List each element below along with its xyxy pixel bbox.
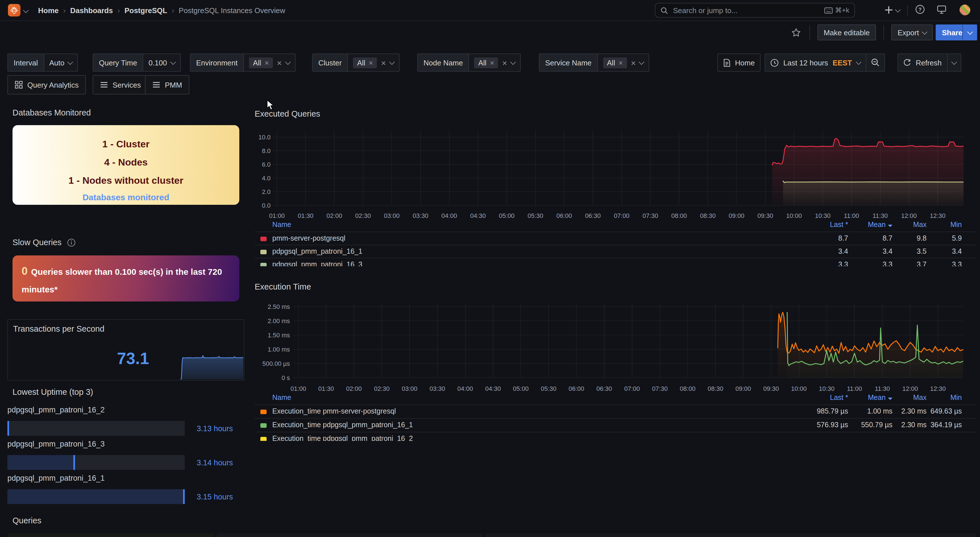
legend-last-value: 985.79 µs — [817, 405, 848, 418]
remove-chip-icon[interactable]: × — [619, 58, 623, 67]
legend-max-value: 9.8 — [916, 232, 927, 245]
legend-col-min[interactable]: Min — [950, 220, 962, 230]
lowest-uptime-title[interactable]: Lowest Uptime (top 3) — [13, 387, 93, 397]
series-name[interactable]: pdpgsql_pmm_patroni_16_3 — [272, 258, 363, 266]
legend-max-value: 2.30 ms — [901, 405, 927, 418]
svg-text:?: ? — [919, 7, 922, 13]
slow-queries-count: 0 — [22, 265, 27, 277]
chevron-down-icon — [951, 59, 957, 65]
chevron-down-icon[interactable] — [389, 59, 395, 65]
search-input[interactable]: ⌘+k — [655, 3, 855, 18]
legend-col-min[interactable]: Min — [950, 392, 962, 403]
legend-mean-value: 3.4 — [883, 245, 892, 258]
series-name[interactable]: pdpgsql_pmm_patroni_16_1 — [272, 245, 363, 258]
cluster-all-chip[interactable]: All× — [353, 57, 377, 68]
remove-chip-icon[interactable]: × — [490, 58, 494, 67]
refresh-interval-dropdown[interactable] — [947, 54, 960, 71]
uptime-value: 3.14 hours — [197, 459, 233, 467]
environment-all-chip[interactable]: All× — [249, 57, 273, 68]
tps-sparkline — [180, 355, 243, 379]
zoom-out-button[interactable] — [866, 54, 885, 71]
services-button[interactable]: Services — [93, 75, 148, 94]
series-name[interactable]: Execution_time pdpgsql_pmm_patroni_16_1 — [272, 419, 413, 432]
queries-section-title[interactable]: Queries — [13, 516, 41, 525]
add-new-chevron-icon — [895, 7, 901, 13]
user-avatar[interactable] — [959, 5, 970, 15]
clear-all-icon[interactable]: × — [381, 58, 386, 67]
legend-col-last[interactable]: Last * — [830, 220, 848, 230]
add-new-button[interactable] — [885, 5, 900, 15]
next-row-panel-edge — [7, 534, 214, 537]
legend-col-mean[interactable]: Mean — [868, 392, 892, 403]
series-swatch — [260, 423, 267, 428]
node-name-all-chip[interactable]: All× — [474, 57, 498, 68]
series-name[interactable]: Execution_time pmm-server-postgresql — [272, 405, 396, 418]
breadcrumb-dashboards[interactable]: Dashboards — [70, 6, 113, 14]
breadcrumb-separator: › — [118, 6, 120, 14]
service-name-all-chip[interactable]: All× — [603, 57, 627, 68]
keyboard-icon — [824, 7, 833, 13]
breadcrumb-postgresql[interactable]: PostgreSQL — [124, 6, 167, 14]
news-monitor-button[interactable] — [937, 5, 947, 14]
uptime-value: 3.15 hours — [197, 492, 233, 501]
query-time-value-dropdown[interactable]: 0.100 — [143, 54, 180, 71]
help-button[interactable]: ? — [915, 5, 925, 14]
executed-queries-chart[interactable] — [273, 128, 964, 210]
legend-col-name[interactable]: Name — [272, 220, 291, 230]
search-icon — [660, 6, 668, 14]
top-nav-bar: Home › Dashboards › PostgreSQL › Postgre… — [0, 0, 980, 21]
legend-col-last[interactable]: Last * — [830, 392, 848, 403]
legend-col-mean[interactable]: Mean — [868, 220, 892, 230]
remove-chip-icon[interactable]: × — [369, 58, 373, 67]
favorite-star-button[interactable] — [791, 28, 801, 39]
legend-mean-value: 3.3 — [883, 258, 892, 266]
databases-monitored-panel-title[interactable]: Databases Monitored — [13, 108, 91, 117]
make-editable-button[interactable]: Make editable — [818, 24, 876, 40]
y-axis-labels: 0.02.04.06.08.010.0 — [255, 128, 270, 210]
cluster-label: Cluster — [313, 54, 348, 71]
org-switcher-chevron-icon[interactable] — [24, 5, 28, 15]
grafana-pmm-logo[interactable] — [8, 4, 21, 16]
breadcrumb-home[interactable]: Home — [38, 6, 59, 14]
remove-chip-icon[interactable]: × — [265, 58, 269, 67]
export-chevron-icon — [921, 29, 927, 34]
legend-last-value: 576.93 µs — [817, 419, 848, 432]
clear-all-icon[interactable]: × — [277, 58, 282, 67]
uptime-value: 3.13 hours — [197, 424, 233, 433]
next-row-panel-edge — [485, 534, 977, 537]
search-text-field[interactable] — [672, 5, 824, 15]
execution-time-chart[interactable] — [293, 301, 964, 383]
legend-row: Execution_time pdpgsql_pmm_patroni_16_2 — [255, 432, 977, 441]
legend-max-value: 3.7 — [916, 258, 927, 266]
series-swatch — [260, 437, 267, 441]
executed-queries-panel-title[interactable]: Executed Queries — [255, 109, 320, 118]
chevron-down-icon[interactable] — [285, 59, 291, 65]
clear-all-icon[interactable]: × — [502, 58, 508, 67]
interval-value-dropdown[interactable]: Auto — [44, 54, 78, 71]
legend-col-max[interactable]: Max — [913, 220, 927, 230]
share-dropdown-button[interactable] — [963, 24, 977, 40]
databases-monitored-link[interactable]: Databases monitored — [13, 190, 239, 205]
execution-time-panel-title[interactable]: Execution Time — [255, 282, 311, 291]
time-range-picker[interactable]: Last 12 hours EEST — [765, 54, 866, 71]
legend-max-value: 2.30 ms — [901, 419, 927, 432]
uptime-row-name: pdpgsql_pmm_patroni_16_2 — [7, 406, 105, 414]
slow-queries-panel-title[interactable]: Slow Queries — [13, 238, 76, 247]
series-name[interactable]: Execution_time pdpgsql_pmm_patroni_16_2 — [272, 432, 413, 441]
chevron-down-icon[interactable] — [639, 59, 644, 65]
export-button[interactable]: Export — [891, 24, 932, 40]
refresh-button[interactable]: Refresh — [898, 54, 947, 71]
tps-panel-title[interactable]: Transactions per Second — [13, 324, 104, 333]
chevron-down-icon[interactable] — [510, 59, 516, 65]
legend-col-max[interactable]: Max — [913, 392, 927, 403]
interval-label: Interval — [8, 54, 44, 71]
legend-last-value: 8.7 — [838, 232, 848, 245]
breadcrumb-separator: › — [172, 6, 174, 14]
search-shortcut: ⌘+k — [824, 6, 849, 14]
series-name[interactable]: pmm-server-postgresql — [272, 232, 345, 245]
pmm-button[interactable]: PMM — [145, 75, 189, 94]
clear-all-icon[interactable]: × — [631, 58, 636, 67]
home-button[interactable]: Home — [718, 54, 760, 72]
query-analytics-button[interactable]: Query Analytics — [7, 75, 86, 94]
legend-col-name[interactable]: Name — [272, 392, 291, 403]
